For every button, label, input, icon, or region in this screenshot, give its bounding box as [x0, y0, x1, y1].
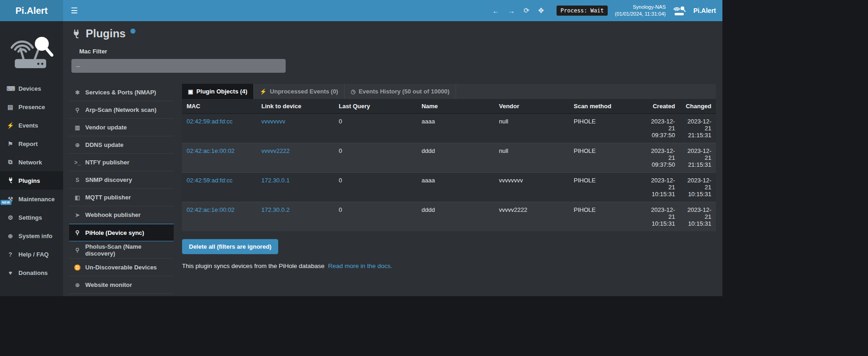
- plugin-nav-label: Website monitor: [85, 281, 132, 288]
- plugin-content: ▣ Plugin Objects (4) ⚡ Unprocessed Event…: [182, 84, 716, 269]
- sidebar-item-devices[interactable]: ⌨ Devices: [0, 79, 63, 98]
- plugin-nav-item-vendor-update[interactable]: ▥ Vendor update: [69, 119, 174, 136]
- docs-link[interactable]: Read more in the docs.: [328, 263, 393, 269]
- plugin-nav-label: NTFY publisher: [85, 159, 129, 166]
- sidebar-item-report[interactable]: ⚑ Report: [0, 134, 63, 153]
- table-row: 02:42:ac:1e:00:02 172.30.0.2 0 dddd vvvv…: [182, 202, 716, 232]
- column-header: Changed: [680, 99, 716, 114]
- mac-filter-block: Mac Filter: [71, 48, 722, 73]
- last-query-cell: 0: [334, 114, 417, 143]
- created-cell: 2023-12-21 10:15:31: [641, 202, 680, 232]
- host-info: Synology-NAS (01/01/2024, 11:31:04): [615, 4, 666, 18]
- plug-icon: [6, 177, 14, 185]
- plugin-description-text: This plugin syncs devices from the PiHol…: [182, 263, 324, 269]
- vendor-cell: null: [494, 114, 569, 143]
- sidebar-item-plugins[interactable]: Plugins: [0, 171, 63, 190]
- globe-icon: ⊕: [6, 233, 14, 239]
- changed-cell: 2023-12-21 21:15:31: [680, 143, 716, 173]
- sidebar-item-donations[interactable]: ♥ Donations: [0, 263, 63, 282]
- mac-filter-input[interactable]: [71, 59, 286, 73]
- plugin-nav-item-arp-scan[interactable]: ⚲ Arp-Scan (Network scan): [69, 101, 174, 119]
- sidebar-item-presence[interactable]: ▤ Presence: [0, 98, 63, 116]
- device-link[interactable]: vvvvv2222: [261, 147, 289, 154]
- app-window: Pi.Alert ☰ ← → ⟳ ✥ Process: Wait Synolog…: [0, 0, 722, 296]
- plugin-nav-item-snmp[interactable]: S SNMP discovery: [69, 171, 174, 189]
- tab-bar: ▣ Plugin Objects (4) ⚡ Unprocessed Event…: [182, 84, 716, 99]
- scan-method-cell: PIHOLE: [569, 143, 641, 173]
- mac-link[interactable]: 02:42:59:ad:fd:cc: [187, 177, 233, 184]
- sidebar-item-help-faq[interactable]: ? Help / FAQ: [0, 245, 63, 263]
- sidebar-item-settings[interactable]: ⚙ Settings: [0, 208, 63, 227]
- tab-events-history[interactable]: ◷ Events History (50 out of 10000): [345, 84, 456, 99]
- plugin-nav-label: Arp-Scan (Network scan): [85, 106, 157, 113]
- plugin-nav-item-website-monitor[interactable]: ⊕ Website monitor: [69, 276, 174, 294]
- plugin-nav-item-ntfy[interactable]: >_ NTFY publisher: [69, 154, 174, 171]
- sidebar-item-label: Plugins: [18, 177, 40, 184]
- plugin-nav-item-pholus-scan[interactable]: ⚲ Pholus-Scan (Name discovery): [69, 241, 174, 259]
- tab-bar-filler: [456, 84, 716, 99]
- table-row: 02:42:ac:1e:00:02 vvvvv2222 0 dddd null …: [182, 143, 716, 173]
- device-link[interactable]: 172.30.0.2: [261, 206, 289, 213]
- last-query-cell: 0: [334, 173, 417, 202]
- forward-icon[interactable]: →: [507, 7, 516, 15]
- info-badge[interactable]: [130, 29, 135, 34]
- search-icon: ⚲: [74, 107, 81, 113]
- column-header: Vendor: [494, 99, 569, 114]
- sidebar-item-system-info[interactable]: ⊕ System info: [0, 227, 63, 245]
- back-icon[interactable]: ←: [491, 7, 500, 15]
- delete-all-button[interactable]: Delete all (filters are ignored): [182, 239, 278, 254]
- heart-icon: ♥: [6, 269, 14, 276]
- mac-filter-label: Mac Filter: [79, 48, 722, 55]
- plugin-nav-item-webhook[interactable]: ➤ Webhook publisher: [69, 206, 174, 224]
- tab-label: Unprocessed Events (0): [270, 88, 338, 95]
- chart-icon: ▥: [74, 124, 81, 131]
- created-cell: 2023-12-21 10:15:31: [641, 173, 680, 202]
- sidebar-item-label: Events: [18, 122, 38, 129]
- host-time: (01/01/2024, 11:31:04): [615, 11, 666, 18]
- bolt-icon: ⚡: [6, 122, 14, 129]
- plugin-nav-item-undiscoverable[interactable]: ♊ Un-Discoverable Devices: [69, 259, 174, 276]
- mac-link[interactable]: 02:42:ac:1e:00:02: [187, 206, 235, 213]
- snmp-icon: S: [74, 177, 81, 183]
- sidebar-item-maintenance[interactable]: NEW ⚒ Maintenance: [0, 190, 63, 208]
- flag-icon: ⚑: [6, 140, 14, 147]
- vendor-cell: vvvvvvvv: [494, 173, 569, 202]
- table-row: 02:42:59:ad:fd:cc 172.30.0.1 0 aaaa vvvv…: [182, 173, 716, 202]
- name-cell: dddd: [417, 143, 494, 173]
- plugin-nav-label: MQTT publisher: [85, 194, 131, 201]
- created-cell: 2023-12-21 09:37:50: [641, 114, 680, 143]
- plugin-nav-item-pihole[interactable]: ⚲ PiHole (Device sync): [69, 224, 174, 241]
- column-header: Scan method: [569, 99, 641, 114]
- mac-link[interactable]: 02:42:59:ad:fd:cc: [187, 118, 233, 125]
- table-row: 02:42:59:ad:fd:cc vvvvvvvv 0 aaaa null P…: [182, 114, 716, 143]
- sidebar-item-label: Presence: [18, 104, 45, 111]
- plugin-description: This plugin syncs devices from the PiHol…: [182, 263, 716, 269]
- column-header: Name: [417, 99, 494, 114]
- device-link[interactable]: 172.30.0.1: [261, 177, 289, 184]
- sidebar-item-events[interactable]: ⚡ Events: [0, 116, 63, 134]
- sidebar-item-network[interactable]: ⧉ Network: [0, 153, 63, 171]
- table-header-row: MAC Link to device Last Query Name Vendo…: [182, 99, 716, 114]
- host-name: Synology-NAS: [615, 4, 666, 11]
- search-icon: ⚲: [74, 247, 81, 253]
- device-link[interactable]: vvvvvvvv: [261, 118, 285, 125]
- plug-icon: [71, 29, 81, 41]
- scan-method-cell: PIHOLE: [569, 202, 641, 232]
- plugin-nav-label: Vendor update: [85, 124, 127, 131]
- plugin-nav-item-ddns-update[interactable]: ⊕ DDNS update: [69, 136, 174, 154]
- plugin-nav-label: Webhook publisher: [85, 211, 141, 218]
- pialert-logo: [0, 21, 63, 79]
- move-icon[interactable]: ✥: [537, 6, 545, 15]
- menu-toggle-icon[interactable]: ☰: [63, 0, 85, 21]
- plugin-nav-label: SNMP discovery: [85, 176, 132, 183]
- page-title: Plugins: [86, 28, 126, 40]
- plugin-nav-label: PiHole (Device sync): [85, 229, 144, 236]
- tab-plugin-objects[interactable]: ▣ Plugin Objects (4): [182, 84, 254, 99]
- tab-unprocessed-events[interactable]: ⚡ Unprocessed Events (0): [254, 84, 345, 99]
- plugin-nav-item-mqtt[interactable]: ◧ MQTT publisher: [69, 189, 174, 206]
- refresh-icon[interactable]: ⟳: [522, 6, 530, 15]
- name-cell: dddd: [417, 202, 494, 232]
- plugin-nav-item-nmap[interactable]: ✱ Services & Ports (NMAP): [69, 84, 174, 101]
- new-badge: NEW: [0, 200, 12, 205]
- mac-link[interactable]: 02:42:ac:1e:00:02: [187, 147, 235, 154]
